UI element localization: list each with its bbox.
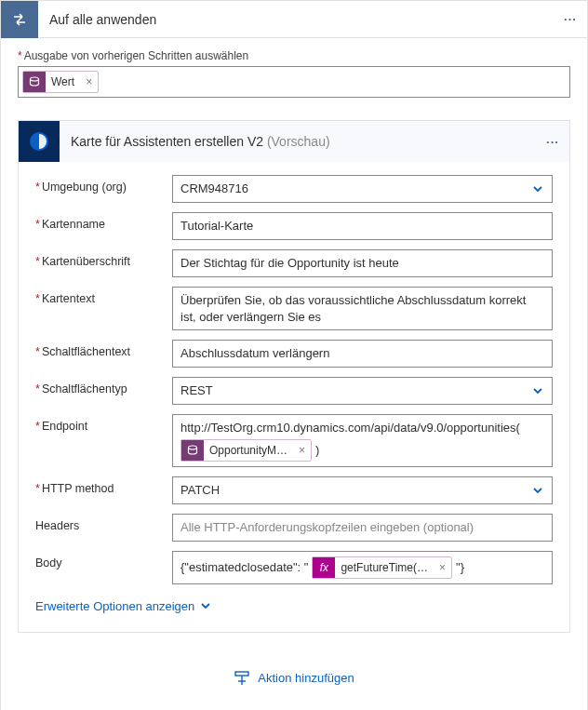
output-select-label: *Ausgabe von vorherigen Schritten auswäh… [18,49,570,62]
inner-action-card: Karte für Assistenten erstellen V2 (Vors… [18,120,570,633]
outer-menu-button[interactable]: ··· [554,12,587,26]
chevron-down-icon [531,182,544,195]
http-method-select[interactable]: PATCH [172,476,553,504]
dynamics-icon [19,121,60,162]
token-wert[interactable]: Wert × [22,71,99,93]
cardname-label: *Kartenname [35,212,161,231]
cardtext-label: *Kartentext [35,287,161,305]
token-opportunity[interactable]: OpportunityM… × [180,439,312,462]
http-label: *HTTP method [35,476,161,495]
token-getfuturetime[interactable]: fx getFutureTime(… × [312,556,452,579]
cardheader-input[interactable]: Der Stichtag für die Opportunity ist heu… [172,249,553,277]
add-action-button[interactable]: Aktion hinzufügen [18,633,570,709]
env-select[interactable]: CRM948716 [172,175,553,203]
endpoint-input[interactable]: http://TestOrg.crm10.dynamics.com/api/da… [172,414,553,467]
btntype-select[interactable]: REST [172,377,553,405]
show-advanced-options[interactable]: Erweiterte Optionen anzeigen [35,594,553,623]
chevron-down-icon [531,484,544,497]
outer-action-header: Auf alle anwenden ··· [1,1,587,38]
remove-token-icon[interactable]: × [80,75,98,88]
body-label: Body [35,551,161,569]
remove-token-icon[interactable]: × [434,560,451,575]
inner-action-header: Karte für Assistenten erstellen V2 (Vors… [19,121,569,162]
inner-menu-button[interactable]: ··· [536,135,569,149]
env-label: *Umgebung (org) [35,175,161,194]
svg-point-0 [31,77,39,81]
foreach-icon [1,1,38,38]
cardheader-label: *Kartenüberschrift [35,249,161,268]
output-select-field[interactable]: Wert × [18,66,570,98]
headers-input[interactable]: Alle HTTP-Anforderungskopfzeilen eingebe… [172,514,553,542]
cardtext-input[interactable]: Überprüfen Sie, ob das voraussichtliche … [172,287,553,330]
chevron-down-icon [200,600,211,611]
cardname-input[interactable]: Tutorial-Karte [172,212,553,240]
database-icon [181,440,204,461]
inner-action-title[interactable]: Karte für Assistenten erstellen V2 (Vors… [60,134,536,149]
add-action-icon [234,670,250,687]
endpoint-label: *Endpoint [35,414,161,433]
chevron-down-icon [531,384,544,397]
remove-token-icon[interactable]: × [293,443,311,458]
headers-label: Headers [35,514,161,532]
outer-action-title[interactable]: Auf alle anwenden [38,12,554,27]
btntext-label: *Schaltflächentext [35,340,161,358]
btntext-input[interactable]: Abschlussdatum verlängern [172,340,553,368]
btntype-label: *Schaltflächentyp [35,377,161,395]
body-input[interactable]: {"estimatedclosedate": " fx getFutureTim… [172,551,553,584]
fx-icon: fx [313,557,335,578]
svg-rect-3 [235,672,248,676]
svg-point-2 [189,446,197,449]
database-icon [23,72,46,92]
